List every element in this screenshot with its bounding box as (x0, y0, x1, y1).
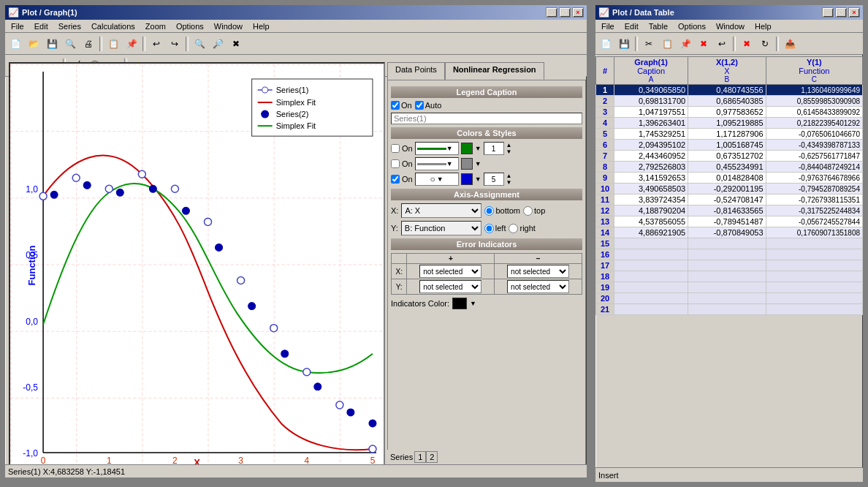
new-button[interactable]: 📄 (7, 35, 24, 53)
cell-a[interactable]: 4,886921905 (614, 227, 688, 238)
left-radio[interactable] (484, 224, 494, 233)
bottom-radio-label[interactable]: bottom (484, 206, 520, 216)
cell-c[interactable] (766, 260, 862, 271)
table-row[interactable]: 72,4434609520,673512702-0,6257561771847 (596, 151, 863, 162)
zoom-in-button[interactable]: 🔍 (191, 35, 208, 53)
legend-on-checkbox-label[interactable]: On (391, 101, 412, 110)
minimize-button[interactable]: _ (546, 7, 557, 18)
cell-c[interactable] (766, 271, 862, 282)
cell-c[interactable]: -0,0765061046670 (766, 129, 862, 140)
symbol-size-3[interactable] (484, 173, 504, 186)
data-copy-btn[interactable]: 📋 (658, 35, 676, 53)
graph-area[interactable]: 0 1 2 3 4 5 -1,0 -0,5 0,0 0,5 1,0 (9, 62, 385, 468)
data-del2-btn[interactable]: ✖ (738, 35, 755, 53)
cell-c[interactable]: 0,21822395401292 (766, 118, 862, 129)
menu-edit[interactable]: Edit (30, 21, 53, 31)
data-undo-btn[interactable]: ↩ (713, 35, 731, 53)
data-menu-table[interactable]: Table (644, 21, 672, 31)
cell-a[interactable]: 4,188790204 (614, 205, 688, 216)
cell-a[interactable]: 1,745329251 (614, 129, 688, 140)
spin-arrows-3[interactable]: ▲▼ (506, 173, 512, 186)
err-x-minus-select[interactable]: not selected (507, 265, 569, 278)
data-menu-edit[interactable]: Edit (620, 21, 643, 31)
menu-zoom[interactable]: Zoom (141, 21, 170, 31)
cell-b[interactable]: 1,005168745 (688, 140, 766, 151)
cell-c[interactable]: -0,9763764678966 (766, 173, 862, 184)
data-cut-btn[interactable]: ✂ (640, 35, 658, 53)
cell-a[interactable] (614, 238, 688, 249)
cell-b[interactable]: -0,814633565 (688, 205, 766, 216)
data-paste-btn[interactable]: 📌 (677, 35, 694, 53)
color-row-1-cb[interactable] (391, 144, 400, 153)
cell-a[interactable]: 0,698131700 (614, 96, 688, 107)
undo-button[interactable]: ↩ (148, 35, 165, 53)
cell-b[interactable]: 0,480743556 (688, 85, 766, 96)
cell-c[interactable] (766, 304, 862, 315)
err-y-minus-select[interactable]: not selected (507, 280, 569, 293)
print-button[interactable]: 🖨 (80, 35, 97, 53)
data-close-button[interactable]: × (848, 7, 860, 18)
cell-a[interactable]: 3,490658503 (614, 184, 688, 195)
data-delete-btn[interactable]: ✖ (695, 35, 712, 53)
cell-b[interactable]: 1,171287906 (688, 129, 766, 140)
left-radio-label[interactable]: left (484, 224, 506, 233)
cell-b[interactable]: 0,686540385 (688, 96, 766, 107)
cell-b[interactable]: -0,789451487 (688, 216, 766, 227)
line-width-1[interactable] (484, 142, 504, 155)
err-x-plus-select[interactable]: not selected (419, 265, 481, 278)
cell-c[interactable]: 1,1360469999649 (766, 85, 862, 96)
tab-nonlinear-regression[interactable]: Nonlinear Regression (445, 62, 544, 80)
menu-options[interactable]: Options (172, 21, 208, 31)
menu-series[interactable]: Series (54, 21, 85, 31)
table-row[interactable]: 21 (596, 304, 863, 315)
cell-b[interactable] (688, 260, 766, 271)
table-row[interactable]: 19 (596, 282, 863, 293)
top-radio[interactable] (523, 206, 533, 216)
zoom-out-button[interactable]: 🔎 (209, 35, 226, 53)
right-radio-label[interactable]: right (509, 224, 535, 233)
data-new-btn[interactable]: 📄 (597, 35, 614, 53)
table-row[interactable]: 15 (596, 238, 863, 249)
legend-auto-checkbox-label[interactable]: Auto (415, 101, 442, 110)
data-minimize-button[interactable]: _ (822, 7, 834, 18)
cell-b[interactable]: 0,977583652 (688, 107, 766, 118)
legend-auto-checkbox[interactable] (415, 101, 424, 110)
cell-b[interactable] (688, 238, 766, 249)
cell-a[interactable] (614, 271, 688, 282)
cell-b[interactable]: 0,455234991 (688, 162, 766, 173)
series-tab-1[interactable]: 1 (414, 451, 426, 463)
indicator-color-box[interactable] (452, 298, 467, 309)
table-row[interactable]: 20,6981317000,6865403850,85599853090908 (596, 96, 863, 107)
legend-on-checkbox[interactable] (391, 101, 400, 110)
open-button[interactable]: 📂 (25, 35, 42, 53)
cell-c[interactable] (766, 238, 862, 249)
save-button[interactable]: 💾 (43, 35, 61, 53)
symbol-drop-3[interactable]: ○ ▼ (415, 173, 459, 186)
cell-c[interactable] (766, 293, 862, 304)
table-row[interactable]: 10,3490658500,4807435561,1360469999649 (596, 85, 863, 96)
cell-c[interactable]: 0,85599853090908 (766, 96, 862, 107)
series-tab-2[interactable]: 2 (426, 451, 438, 463)
cell-a[interactable]: 0,349065850 (614, 85, 688, 96)
table-row[interactable]: 51,7453292511,171287906-0,0765061046670 (596, 129, 863, 140)
table-row[interactable]: 124,188790204-0,814633565-0,317522524483… (596, 205, 863, 216)
cell-b[interactable]: 1,095219885 (688, 118, 766, 129)
data-scroll[interactable]: # Graph(1) Caption A X(1,2) X B Y(1) (595, 56, 863, 467)
tab-data-points[interactable]: Data Points (387, 62, 445, 80)
cell-a[interactable]: 4,537856055 (614, 216, 688, 227)
cell-b[interactable] (688, 249, 766, 260)
cell-c[interactable] (766, 249, 862, 260)
maximize-button[interactable]: □ (559, 7, 571, 18)
y-axis-select[interactable]: B: Function (401, 221, 481, 235)
cell-a[interactable]: 3,141592653 (614, 173, 688, 184)
close-button[interactable]: × (572, 7, 584, 18)
cell-a[interactable] (614, 304, 688, 315)
data-menu-help[interactable]: Help (750, 21, 776, 31)
cell-a[interactable]: 3,839724354 (614, 195, 688, 205)
table-row[interactable]: 20 (596, 293, 863, 304)
fill-color-2[interactable] (461, 158, 473, 170)
data-maximize-button[interactable]: □ (835, 7, 847, 18)
spin-arrows-1[interactable]: ▲▼ (506, 142, 512, 155)
print-preview-button[interactable]: 🔍 (61, 35, 79, 53)
data-save-btn[interactable]: 💾 (615, 35, 633, 53)
